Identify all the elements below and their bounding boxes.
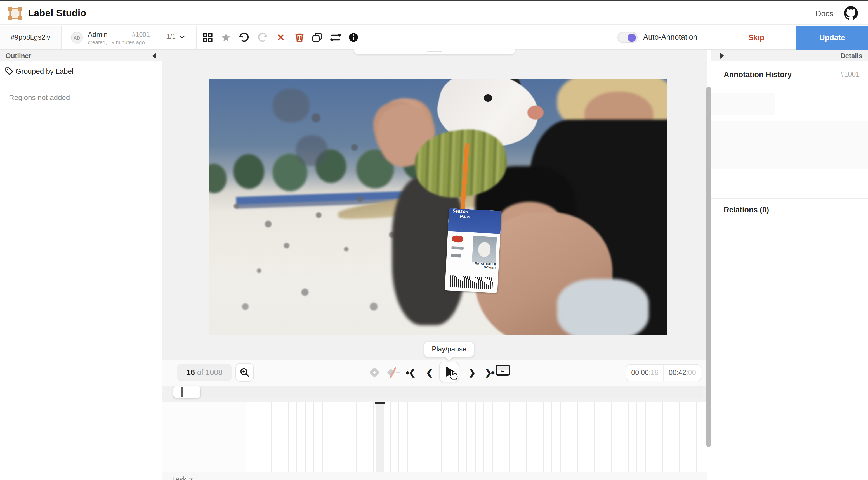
next-frame-button[interactable]: ❯ xyxy=(464,364,480,381)
remove-keyframe-button xyxy=(384,364,401,381)
annotation-toolbar: ★ ✕ xyxy=(197,26,365,49)
add-keyframe-button xyxy=(366,364,382,381)
redo-icon xyxy=(255,30,270,45)
zoom-in-button[interactable] xyxy=(236,363,254,382)
duplicate-icon[interactable] xyxy=(310,30,324,45)
cursor-pointer-icon xyxy=(448,370,458,382)
annotation-pager: 1/1 xyxy=(167,33,176,40)
toggle-knob xyxy=(627,33,636,42)
collapse-panel-icon[interactable] xyxy=(152,53,156,59)
total-frames: 1008 xyxy=(206,368,222,377)
of-label: of xyxy=(197,368,204,377)
video-sleeve xyxy=(557,279,649,335)
play-pause-tooltip: Play/pause xyxy=(425,342,474,356)
config-panel-handle[interactable] xyxy=(354,49,515,54)
docs-link[interactable]: Docs xyxy=(815,9,833,18)
update-button[interactable]: Update xyxy=(797,26,868,50)
badge-text-line xyxy=(451,246,464,250)
task-footer: Task # xyxy=(162,472,707,480)
task-id: #9pb8Lgs2iv xyxy=(0,34,61,41)
video-frame[interactable]: Season Pass RATATOUILLE BOWER xyxy=(209,79,667,335)
details-header: Details xyxy=(711,50,868,62)
badge-header: Season Pass xyxy=(448,208,502,234)
timeline-frame-columns[interactable] xyxy=(246,402,707,472)
vertical-scrollbar[interactable] xyxy=(706,87,711,447)
user-name: Admin xyxy=(88,31,108,39)
annotation-id: #1001 xyxy=(132,31,150,38)
badge-barcode xyxy=(451,276,493,289)
badge-photo xyxy=(472,236,497,263)
badge-logo xyxy=(452,236,464,243)
details-title: Details xyxy=(840,52,862,60)
duration-time: 00:42:00 xyxy=(663,365,701,381)
annotation-info-section: AD Admin #1001 created, 19 minutes ago 1… xyxy=(62,26,197,49)
divider xyxy=(711,198,868,199)
outliner-header: Outliner xyxy=(0,50,162,62)
auto-annotation-toggle[interactable] xyxy=(617,32,638,43)
seek-cursor xyxy=(181,387,183,397)
details-panel: Details Annotation History #1001 Relatio… xyxy=(711,50,868,480)
expand-panel-icon[interactable] xyxy=(720,53,724,59)
seek-track[interactable] xyxy=(172,385,703,399)
github-icon[interactable] xyxy=(844,6,858,20)
chevron-down-icon[interactable]: ⌄ xyxy=(178,31,187,40)
annotation-history-title: Annotation History xyxy=(724,70,792,79)
position-time: 00:00:16 xyxy=(626,365,663,381)
label-studio-app: Label Studio Docs #9pb8Lgs2iv AD Admin #… xyxy=(0,0,868,480)
collapse-timeline-button[interactable]: ⌄ xyxy=(496,365,510,376)
taskbar-right-section: Auto-Annotation Skip Update xyxy=(609,26,868,49)
delete-icon[interactable] xyxy=(292,30,307,45)
reject-icon[interactable]: ✕ xyxy=(274,30,288,45)
history-placeholder xyxy=(711,93,775,114)
auto-annotation-label: Auto-Annotation xyxy=(643,33,698,41)
created-timestamp: created, 19 minutes ago xyxy=(88,39,145,45)
top-nav: Label Studio Docs xyxy=(0,0,868,25)
undo-icon[interactable] xyxy=(237,30,251,45)
relations-title: Relations (0) xyxy=(724,206,769,214)
regions-empty-text: Regions not added xyxy=(9,93,70,102)
playhead-column xyxy=(376,402,384,472)
task-id-section: #9pb8Lgs2iv xyxy=(0,26,62,49)
history-placeholder xyxy=(711,121,868,169)
seek-range-handle[interactable] xyxy=(174,386,200,398)
play-pause-button[interactable] xyxy=(439,361,459,382)
frame-counter[interactable]: 16 of 1008 xyxy=(177,364,231,381)
label-studio-logo-icon[interactable] xyxy=(8,6,22,21)
remove-keyframe-icon xyxy=(387,367,398,378)
video-opossum-eye xyxy=(484,94,492,102)
timeline-grid[interactable] xyxy=(162,402,707,472)
star-icon[interactable]: ★ xyxy=(219,30,233,45)
group-mode-label: Grouped by Label xyxy=(16,67,73,75)
next-keyframe-button[interactable]: ❯● xyxy=(481,364,498,381)
skip-button[interactable]: Skip xyxy=(716,26,797,49)
prev-keyframe-button[interactable]: ●❮ xyxy=(403,364,420,381)
add-keyframe-icon xyxy=(369,367,379,378)
playback-controls: 16 of 1008 ●❮ ❮ ❯ ❯● ⌄ 00:00:1 xyxy=(162,361,707,385)
outliner-panel: Outliner Grouped by Label Regions not ad… xyxy=(0,50,162,480)
app-title: Label Studio xyxy=(28,8,86,19)
relations-icon[interactable] xyxy=(328,30,343,45)
playhead-tick xyxy=(383,404,384,417)
outliner-title: Outliner xyxy=(6,52,31,60)
annotation-workspace: Season Pass RATATOUILLE BOWER 16 of 1008 xyxy=(162,50,707,480)
prev-frame-button[interactable]: ❮ xyxy=(421,364,438,381)
badge-text-line xyxy=(451,254,462,258)
grid-view-icon[interactable] xyxy=(200,30,215,45)
annotation-history-id: #1001 xyxy=(840,70,860,78)
info-icon[interactable] xyxy=(346,30,361,45)
current-frame: 16 xyxy=(187,368,195,377)
video-season-pass-badge: Season Pass RATATOUILLE BOWER xyxy=(445,208,502,293)
time-display: 00:00:16 00:42:00 xyxy=(626,364,701,381)
tag-icon xyxy=(5,67,13,78)
task-number-label: Task # xyxy=(172,475,193,480)
task-bar: #9pb8Lgs2iv AD Admin #1001 created, 19 m… xyxy=(0,26,868,50)
group-by-label-selector[interactable]: Grouped by Label xyxy=(0,62,162,80)
avatar: AD xyxy=(71,32,83,43)
